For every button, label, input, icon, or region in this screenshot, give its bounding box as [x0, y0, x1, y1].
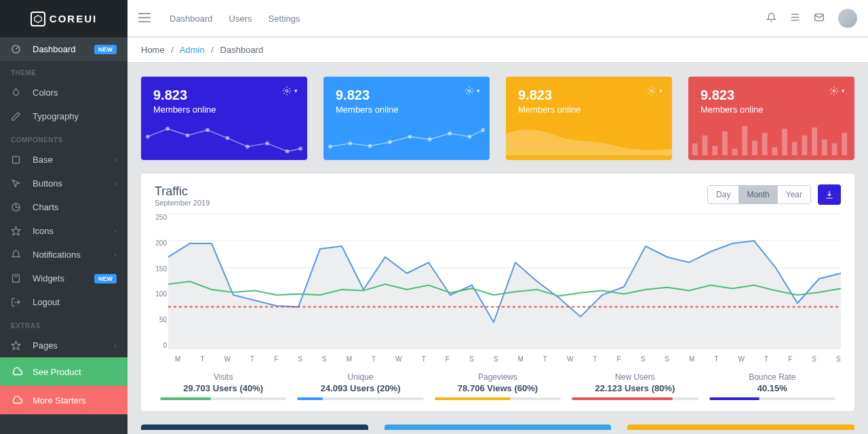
svg-rect-2	[13, 157, 20, 163]
panel-title: Traffic	[155, 184, 210, 199]
y-tick: 150	[153, 265, 167, 273]
svg-point-16	[146, 135, 150, 139]
svg-rect-52	[842, 133, 847, 155]
x-tick: W	[395, 355, 401, 363]
metric-visits: Visits 29.703 Users (40%)	[155, 372, 292, 400]
y-tick: 0	[153, 342, 167, 349]
mail-icon[interactable]	[814, 12, 825, 24]
sidebar-button-see product[interactable]: See Product	[0, 357, 127, 386]
bottom-row	[141, 425, 854, 430]
x-tick: S	[665, 355, 669, 363]
sidebar-item-label: Charts	[33, 202, 58, 212]
x-tick: S	[494, 355, 498, 363]
metric-bounce rate: Bounce Rate 40.15%	[704, 372, 841, 400]
sidebar-nav: Dashboard NEW THEME Colors Typography CO…	[0, 37, 127, 434]
metric-new users: New Users 22.123 Users (80%)	[566, 372, 703, 400]
logout-icon	[11, 297, 23, 307]
brand[interactable]: COREUI	[0, 0, 127, 37]
card-settings-button[interactable]: ▾	[465, 86, 480, 96]
segment-year[interactable]: Year	[778, 186, 810, 203]
drop-icon	[11, 87, 23, 98]
card-settings-button[interactable]: ▾	[282, 86, 298, 96]
metric-title: Unique	[292, 372, 429, 382]
x-tick: F	[788, 355, 792, 363]
breadcrumb-home[interactable]: Home	[141, 45, 165, 55]
sidebar-item-icons[interactable]: Icons ‹	[0, 219, 127, 243]
sparkline	[688, 123, 854, 156]
bell-icon[interactable]	[766, 12, 776, 24]
sidebar-item-notifications[interactable]: Notifications ‹	[0, 243, 127, 267]
sidebar-item-charts[interactable]: Charts	[0, 195, 127, 219]
download-button[interactable]	[818, 184, 841, 205]
sidebar-item-base[interactable]: Base ‹	[0, 148, 127, 172]
x-tick: S	[322, 355, 327, 363]
caret-down-icon: ▾	[842, 87, 845, 94]
metric-pageviews: Pageviews 78.706 Views (60%)	[429, 372, 566, 400]
svg-rect-42	[742, 126, 747, 155]
x-tick: S	[469, 355, 474, 363]
svg-point-25	[468, 90, 471, 92]
svg-point-24	[298, 146, 302, 151]
sidebar-item-label: Icons	[33, 226, 54, 236]
list-icon[interactable]	[790, 12, 800, 24]
avatar[interactable]	[838, 9, 857, 28]
traffic-panel: Traffic September 2019 DayMonthYear 2502…	[141, 174, 854, 411]
bottom-card	[627, 425, 854, 430]
panel-head: Traffic September 2019 DayMonthYear	[155, 184, 841, 207]
sidebar-button-more starters[interactable]: More Starters	[0, 386, 127, 414]
sidebar-item-buttons[interactable]: Buttons ‹	[0, 172, 127, 195]
card-settings-button[interactable]: ▾	[647, 86, 663, 96]
nav-section-title: EXTRAS	[0, 314, 127, 334]
sidebar-item-pages[interactable]: Pages ‹	[0, 334, 127, 357]
stat-card-sky: ▾ 9.823 Members online	[323, 77, 490, 160]
chart-svg	[168, 214, 841, 349]
header: DashboardUsersSettings	[127, 0, 868, 37]
sidebar-item-label: Base	[33, 155, 53, 165]
nav-section-title: THEME	[0, 61, 127, 81]
sidebar-item-logout[interactable]: Logout	[0, 290, 127, 314]
traffic-metrics: Visits 29.703 Users (40%) Unique 24.093 …	[155, 372, 841, 400]
svg-point-23	[285, 149, 290, 153]
svg-point-35	[650, 90, 653, 92]
breadcrumb: Home / Admin / Dashboard	[127, 37, 868, 63]
breadcrumb-admin[interactable]: Admin	[180, 45, 205, 55]
star-icon	[11, 340, 23, 351]
svg-marker-4	[12, 226, 20, 235]
star-icon	[11, 226, 23, 236]
svg-point-33	[468, 135, 472, 139]
segment-month[interactable]: Month	[738, 186, 777, 203]
cloud-icon	[11, 394, 23, 406]
menu-toggle-icon[interactable]	[138, 13, 151, 24]
sidebar-item-label: Typography	[33, 111, 79, 121]
sidebar-item-typography[interactable]: Typography	[0, 104, 127, 128]
panel-subtitle: September 2019	[155, 199, 210, 207]
chevron-left-icon: ‹	[115, 156, 117, 163]
segment-day[interactable]: Day	[708, 186, 738, 203]
sparkline	[141, 123, 307, 156]
caret-down-icon: ▾	[659, 87, 663, 94]
metric-title: Visits	[155, 372, 292, 382]
sidebar-item-dashboard[interactable]: Dashboard NEW	[0, 37, 127, 61]
svg-rect-49	[812, 127, 817, 155]
sidebar-button-label: See Product	[33, 367, 81, 377]
sidebar-item-colors[interactable]: Colors	[0, 81, 127, 104]
header-link-dashboard[interactable]: Dashboard	[170, 14, 213, 24]
speedometer-icon	[11, 44, 23, 54]
sidebar-item-widgets[interactable]: Widgets NEW	[0, 267, 127, 290]
metric-unique: Unique 24.093 Users (20%)	[292, 372, 429, 400]
x-tick: T	[543, 355, 547, 363]
svg-rect-39	[712, 146, 717, 155]
svg-point-32	[448, 132, 452, 136]
metric-value: 78.706 Views (60%)	[429, 383, 566, 393]
brand-logo-icon	[31, 12, 45, 26]
x-tick: T	[593, 355, 597, 363]
time-segment: DayMonthYear	[707, 185, 811, 204]
header-link-users[interactable]: Users	[229, 14, 252, 24]
stat-value: 9.823	[518, 87, 660, 103]
header-link-settings[interactable]: Settings	[269, 14, 300, 24]
header-right	[766, 9, 857, 28]
sidebar-item-label: Logout	[33, 297, 60, 307]
svg-point-21	[245, 144, 250, 149]
y-tick: 200	[153, 239, 167, 247]
card-settings-button[interactable]: ▾	[829, 86, 845, 96]
